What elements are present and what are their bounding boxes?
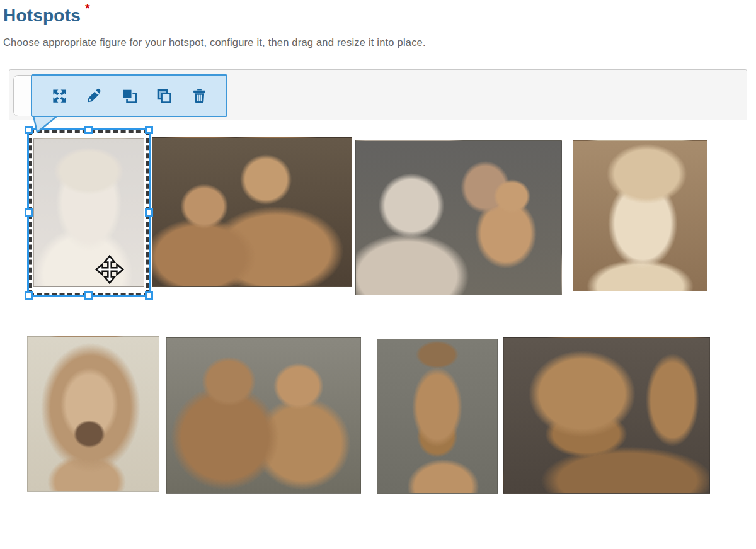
context-toolbar-tail [31, 116, 62, 133]
hotspot-figure-3[interactable] [355, 140, 562, 295]
pencil-icon [86, 88, 103, 105]
send-to-back-button[interactable] [155, 86, 174, 105]
resize-handle-bottom-center[interactable] [84, 291, 93, 300]
send-to-back-icon [156, 88, 173, 105]
hotspot-figure-8[interactable] [503, 337, 710, 494]
hotspots-editor [9, 69, 747, 534]
page-title: Hotspots* [3, 1, 90, 26]
required-marker: * [85, 1, 90, 15]
hotspot-figure-4[interactable] [573, 140, 707, 291]
resize-handle-top-center[interactable] [84, 126, 93, 134]
edit-button[interactable] [85, 86, 104, 105]
hotspot-figure-2[interactable] [152, 137, 352, 287]
resize-handle-middle-left[interactable] [25, 208, 33, 217]
resize-handle-middle-right[interactable] [145, 208, 153, 217]
remove-button[interactable] [190, 86, 209, 105]
hotspot-figure-7[interactable] [377, 339, 498, 494]
hotspot-figure-6[interactable] [166, 337, 361, 494]
trash-icon [191, 88, 208, 105]
field-description: Choose appropriate figure for your hotsp… [3, 37, 426, 48]
bring-to-front-icon [121, 88, 138, 105]
context-toolbar [31, 74, 227, 117]
hotspots-field: Hotspots* Choose appropriate figure for … [0, 0, 756, 549]
resize-handle-top-right[interactable] [145, 126, 153, 134]
move-button[interactable] [50, 86, 69, 105]
selection-box[interactable] [29, 130, 149, 295]
move-icon [51, 88, 68, 105]
resize-handle-bottom-right[interactable] [145, 291, 153, 300]
resize-handle-bottom-left[interactable] [25, 291, 33, 300]
hotspot-figure-5[interactable] [27, 336, 159, 492]
title-text: Hotspots [3, 6, 81, 25]
bring-to-front-button[interactable] [120, 86, 139, 105]
